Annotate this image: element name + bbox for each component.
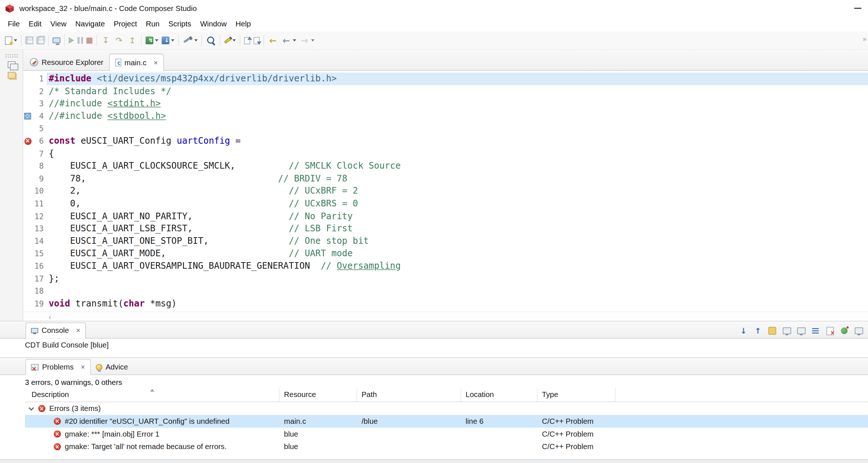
gutter-marker-cell[interactable]: [23, 210, 32, 223]
show-stderr-icon[interactable]: ↑: [753, 326, 763, 335]
menu-scripts[interactable]: Scripts: [164, 18, 196, 30]
gutter-marker-cell[interactable]: [23, 73, 32, 85]
tab-advice[interactable]: Advice: [91, 360, 133, 375]
new-console-view-icon[interactable]: [854, 326, 864, 335]
line-number[interactable]: 12: [32, 210, 47, 223]
last-edit-location-button[interactable]: ←: [266, 33, 280, 48]
code-line[interactable]: 15 EUSCI_A_UART_MODE, // UART mode: [23, 247, 868, 260]
code-text[interactable]: const eUSCI_UART_Config uartConfig =: [47, 135, 868, 147]
horizontal-scrollbar[interactable]: ‹: [23, 312, 868, 321]
gutter-marker-cell[interactable]: [23, 85, 32, 98]
code-line[interactable]: 19void transmit(char *msg): [23, 297, 868, 310]
line-number[interactable]: 3: [32, 98, 47, 110]
console-output[interactable]: CDT Build Console [blue]: [0, 339, 868, 357]
problem-row[interactable]: #20 identifier "eUSCI_UART_Config" is un…: [25, 415, 868, 428]
debug-view-button[interactable]: [51, 33, 62, 48]
menu-window[interactable]: Window: [196, 18, 231, 30]
code-text[interactable]: void transmit(char *msg): [47, 297, 868, 310]
code-line[interactable]: 3//#include <stdint.h>: [23, 98, 868, 110]
gutter-marker-cell[interactable]: [23, 260, 32, 272]
line-number[interactable]: 11: [32, 198, 47, 210]
gutter-marker-cell[interactable]: [23, 172, 32, 185]
line-number[interactable]: 10: [32, 185, 47, 198]
minimize-button[interactable]: [847, 0, 868, 16]
code-text[interactable]: {: [47, 147, 868, 160]
step-return-button[interactable]: ↥: [126, 33, 139, 48]
column-header-path[interactable]: Path: [357, 388, 461, 401]
error-group-row[interactable]: Errors (3 items): [25, 402, 868, 415]
collapse-chevron-icon[interactable]: [29, 405, 34, 411]
problem-row[interactable]: gmake: *** [main.obj] Error 1blueC/C++ P…: [25, 427, 868, 440]
new-file-button[interactable]: [3, 33, 19, 48]
line-number[interactable]: 17: [32, 272, 47, 285]
line-number[interactable]: 7: [32, 147, 47, 160]
flash-button[interactable]: [144, 33, 160, 48]
code-line[interactable]: 8 EUSCI_A_UART_CLOCKSOURCE_SMCLK, // SMC…: [23, 160, 868, 172]
code-text[interactable]: EUSCI_A_UART_NO_PARITY, // No Parity: [47, 210, 868, 223]
menu-edit[interactable]: Edit: [24, 18, 46, 30]
menu-project[interactable]: Project: [109, 18, 142, 30]
gutter-marker-cell[interactable]: [23, 135, 32, 147]
line-number[interactable]: 15: [32, 247, 47, 260]
open-console-icon[interactable]: [796, 326, 806, 335]
line-number[interactable]: 14: [32, 235, 47, 247]
code-line[interactable]: 7{: [23, 147, 868, 160]
tab-console[interactable]: Console ×: [25, 323, 86, 339]
terminate-button[interactable]: [85, 33, 94, 48]
code-line[interactable]: 5: [23, 122, 868, 135]
tab-main-c[interactable]: main.c ×: [109, 54, 164, 71]
code-text[interactable]: EUSCI_A_UART_OVERSAMPLING_BAUDRATE_GENER…: [47, 260, 868, 272]
code-line[interactable]: 4//#include <stdbool.h>: [23, 110, 868, 122]
display-selected-console-icon[interactable]: [782, 326, 792, 335]
prev-annotation-button[interactable]: [242, 33, 252, 48]
code-text[interactable]: EUSCI_A_UART_MODE, // UART mode: [47, 247, 868, 260]
code-line[interactable]: 17};: [23, 272, 868, 285]
gutter-marker-cell[interactable]: [23, 297, 32, 310]
code-line[interactable]: 14 EUSCI_A_UART_ONE_STOP_BIT, // One sto…: [23, 235, 868, 247]
close-tab-icon[interactable]: ×: [81, 363, 85, 371]
view-bar-grip-icon[interactable]: [5, 54, 18, 58]
save-button[interactable]: [24, 33, 35, 48]
scroll-lock-icon[interactable]: [767, 326, 777, 335]
gutter-marker-cell[interactable]: [23, 235, 32, 247]
close-tab-icon[interactable]: ×: [154, 58, 158, 67]
menu-view[interactable]: View: [46, 18, 71, 30]
line-number[interactable]: 13: [32, 223, 47, 235]
forward-button[interactable]: →: [298, 33, 316, 48]
bookmark-marker-icon[interactable]: [24, 113, 31, 120]
gutter-marker-cell[interactable]: [23, 98, 32, 110]
line-number[interactable]: 5: [32, 122, 47, 135]
search-button[interactable]: [204, 33, 218, 48]
restore-view-icon[interactable]: [7, 61, 15, 68]
project-explorer-icon[interactable]: [7, 72, 15, 78]
step-into-button[interactable]: ↧: [99, 33, 112, 48]
word-wrap-icon[interactable]: [810, 326, 820, 335]
code-text[interactable]: EUSCI_A_UART_ONE_STOP_BIT, // One stop b…: [47, 235, 868, 247]
code-text[interactable]: [47, 285, 868, 297]
scroll-left-icon[interactable]: ‹: [49, 312, 51, 321]
gutter-marker-cell[interactable]: [23, 160, 32, 172]
code-text[interactable]: EUSCI_A_UART_LSB_FIRST, // LSB First: [47, 223, 868, 235]
code-line[interactable]: 13 EUSCI_A_UART_LSB_FIRST, // LSB First: [23, 223, 868, 235]
save-all-button[interactable]: [35, 33, 46, 48]
error-marker-icon[interactable]: [24, 137, 32, 145]
gutter-marker-cell[interactable]: [23, 223, 32, 235]
code-text[interactable]: 2, // UCxBRF = 2: [47, 185, 868, 198]
code-text[interactable]: [47, 122, 868, 135]
problem-row[interactable]: gmake: Target 'all' not remade because o…: [25, 440, 868, 453]
code-line[interactable]: 2/* Standard Includes */: [23, 85, 868, 98]
gutter-marker-cell[interactable]: [23, 198, 32, 210]
column-header-location[interactable]: Location: [461, 388, 537, 401]
line-number[interactable]: 4: [32, 110, 47, 122]
pin-console-icon[interactable]: [839, 326, 849, 335]
code-line[interactable]: 1#include <ti/devices/msp432p4xx/driverl…: [23, 73, 868, 85]
code-line[interactable]: 18: [23, 285, 868, 297]
column-header-resource[interactable]: Resource: [280, 388, 357, 401]
next-annotation-button[interactable]: [252, 33, 262, 48]
code-text[interactable]: 78, // BRDIV = 78: [47, 172, 868, 185]
gutter-marker-cell[interactable]: [23, 110, 32, 122]
line-number[interactable]: 8: [32, 160, 47, 172]
code-editor[interactable]: 1#include <ti/devices/msp432p4xx/driverl…: [23, 71, 868, 311]
column-header-type[interactable]: Type: [537, 388, 616, 401]
code-line[interactable]: 16 EUSCI_A_UART_OVERSAMPLING_BAUDRATE_GE…: [23, 260, 868, 272]
